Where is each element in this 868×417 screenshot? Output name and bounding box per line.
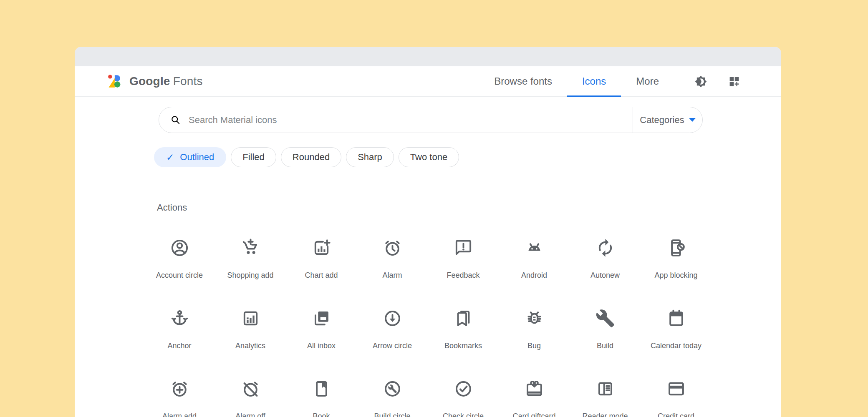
filter-chip-outlined[interactable]: ✓Outlined: [154, 147, 226, 167]
logo-word-fonts: Fonts: [173, 75, 203, 88]
icon-label: Book: [313, 412, 330, 417]
icon-tile-reader-mode[interactable]: Reader mode: [570, 379, 641, 417]
icon-label: Alarm add: [162, 412, 197, 417]
google-fonts-logo[interactable]: GoogleFonts: [107, 66, 203, 96]
icon-label: Alarm off: [235, 412, 265, 417]
categories-dropdown[interactable]: Categories: [633, 107, 702, 133]
icon-label: Calendar today: [651, 342, 701, 350]
categories-label: Categories: [640, 115, 684, 126]
credit-card-icon: [666, 379, 686, 399]
icon-tile-alarm-add[interactable]: Alarm add: [144, 379, 215, 417]
build-circle-icon: [383, 379, 402, 399]
icon-label: Account circle: [156, 271, 203, 280]
android-icon: [525, 238, 544, 258]
filter-chip-sharp[interactable]: Sharp: [346, 147, 394, 167]
icon-label: App blocking: [654, 271, 697, 280]
icon-tile-arrow-circle-down[interactable]: Arrow circle: [357, 309, 428, 379]
icon-tile-build[interactable]: Build: [570, 309, 641, 379]
alarm-icon: [383, 238, 402, 258]
tab-browse-fonts[interactable]: Browse fonts: [479, 66, 567, 96]
icon-label: Alarm: [382, 271, 402, 280]
check-icon: ✓: [166, 153, 174, 162]
icon-label: Feedback: [447, 271, 479, 280]
feedback-icon: [454, 238, 473, 258]
filter-chip-label: Outlined: [180, 152, 214, 163]
icon-label: Arrow circle: [373, 342, 412, 350]
browser-window: GoogleFonts Browse fontsIconsMore Catego…: [75, 47, 781, 417]
logo-text: GoogleFonts: [129, 75, 203, 88]
filter-chip-label: Filled: [242, 152, 265, 163]
alarm-add-icon: [170, 379, 189, 399]
icon-label: Card giftcard: [512, 412, 555, 417]
icon-tile-card-giftcard[interactable]: Card giftcard: [499, 379, 570, 417]
icon-tile-build-circle[interactable]: Build circle: [357, 379, 428, 417]
icon-tile-alarm-off[interactable]: Alarm off: [215, 379, 286, 417]
tab-icons[interactable]: Icons: [567, 66, 621, 96]
icon-label: Android: [521, 271, 547, 280]
tab-more[interactable]: More: [621, 66, 674, 96]
icon-tile-alarm[interactable]: Alarm: [357, 238, 428, 309]
filter-chip-rounded[interactable]: Rounded: [281, 147, 341, 167]
icon-label: All inbox: [307, 342, 336, 350]
shopping-add-icon: [241, 238, 260, 258]
header-nav: Browse fontsIconsMore: [479, 66, 674, 96]
icon-tile-book[interactable]: Book: [286, 379, 357, 417]
apps-grid-icon: [728, 75, 740, 88]
chevron-down-icon: [689, 118, 696, 122]
icon-label: Build: [597, 342, 613, 350]
icon-label: Anchor: [167, 342, 191, 350]
icon-tile-anchor[interactable]: Anchor: [144, 309, 215, 379]
icon-tile-bug[interactable]: Bug: [499, 309, 570, 379]
apps-grid-button[interactable]: [727, 75, 741, 88]
icon-label: Credit card: [658, 412, 694, 417]
bookmarks-icon: [454, 309, 473, 328]
filter-chip-filled[interactable]: Filled: [231, 147, 276, 167]
icon-tile-chart-add[interactable]: Chart add: [286, 238, 357, 309]
check-circle-icon: [454, 379, 473, 399]
icon-tile-bookmarks[interactable]: Bookmarks: [428, 309, 499, 379]
icon-label: Bug: [527, 342, 541, 350]
filter-chip-two-tone[interactable]: Two tone: [399, 147, 459, 167]
analytics-icon: [241, 309, 260, 328]
icon-label: Build circle: [374, 412, 410, 417]
icon-label: Analytics: [235, 342, 265, 350]
filter-chip-label: Two tone: [410, 152, 447, 163]
icon-label: Autonew: [590, 271, 620, 280]
icon-tile-autorenew[interactable]: Autonew: [570, 238, 641, 309]
search-section: [159, 107, 633, 133]
style-filter-chips: ✓OutlinedFilledRoundedSharpTwo tone: [154, 147, 781, 167]
calendar-today-icon: [666, 309, 686, 328]
icon-tile-check-circle[interactable]: Check circle: [428, 379, 499, 417]
window-titlebar: [75, 47, 781, 66]
icon-tile-account-circle[interactable]: Account circle: [144, 238, 215, 309]
icon-tile-feedback[interactable]: Feedback: [428, 238, 499, 309]
alarm-off-icon: [241, 379, 260, 399]
icon-tile-shopping-add[interactable]: Shopping add: [215, 238, 286, 309]
app-blocking-icon: [666, 238, 686, 258]
app-header: GoogleFonts Browse fontsIconsMore: [75, 66, 781, 97]
icon-tile-analytics[interactable]: Analytics: [215, 309, 286, 379]
reader-mode-icon: [595, 379, 615, 399]
desktop-background: { "header": { "logo": { "word1": "Google…: [0, 0, 868, 417]
icon-tile-android[interactable]: Android: [499, 238, 570, 309]
filter-chip-label: Rounded: [293, 152, 330, 163]
all-inbox-icon: [312, 309, 331, 328]
account-circle-icon: [170, 238, 189, 258]
icon-tile-calendar-today[interactable]: Calendar today: [641, 309, 712, 379]
icon-grid: Account circleShopping addChart addAlarm…: [144, 238, 781, 417]
autorenew-icon: [595, 238, 615, 258]
icon-label: Bookmarks: [444, 342, 482, 350]
bug-icon: [525, 309, 544, 328]
arrow-circle-down-icon: [383, 309, 402, 328]
icon-tile-app-blocking[interactable]: App blocking: [641, 238, 712, 309]
icon-tile-credit-card[interactable]: Credit card: [641, 379, 712, 417]
dark-mode-toggle-button[interactable]: [694, 75, 707, 88]
anchor-icon: [170, 309, 189, 328]
icon-label: Chart add: [305, 271, 338, 280]
google-fonts-logo-icon: [107, 74, 122, 89]
search-icon: [170, 115, 181, 125]
icon-tile-all-inbox[interactable]: All inbox: [286, 309, 357, 379]
search-input[interactable]: [189, 115, 624, 126]
logo-word-google: Google: [129, 75, 170, 88]
icon-label: Reader mode: [582, 412, 628, 417]
